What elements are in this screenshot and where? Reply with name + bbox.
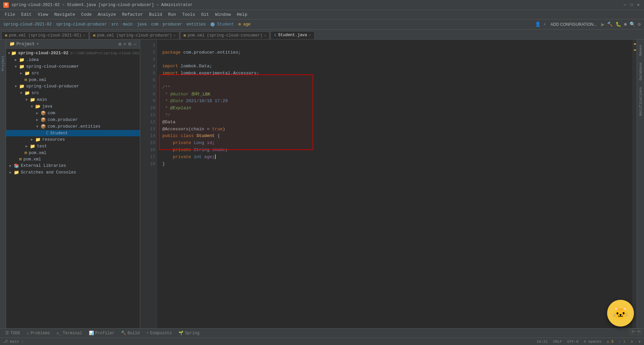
chevron-down-icon[interactable]: ∨ — [638, 339, 641, 344]
java-folder-icon: 📂 — [35, 104, 41, 109]
code-line-10: * @Explain — [162, 105, 627, 112]
menu-view[interactable]: View — [35, 11, 51, 18]
tree-com-producer[interactable]: ► 📦 com.producer — [6, 117, 140, 123]
tree-producer-src[interactable]: ▼ 📁 src — [6, 90, 140, 96]
menu-git[interactable]: Git — [199, 11, 212, 18]
tree-consumer-pom[interactable]: ► m pom.xml — [6, 77, 140, 83]
expand-arrow-icon: ▼ — [36, 125, 40, 129]
tree-test[interactable]: ► 📁 test — [6, 143, 140, 150]
far-left-sidebar: Project — [0, 40, 6, 328]
tree-consumer[interactable]: ▼ 📁 spring-cloud-consumer — [6, 63, 140, 70]
tree-resources[interactable]: ► 📁 resources — [6, 136, 140, 143]
tree-student[interactable]: ► C Student — [6, 130, 140, 136]
expand-arrow-icon: ► — [9, 171, 13, 175]
right-gutter — [633, 40, 637, 328]
expand-arrow-icon: ► — [36, 118, 40, 122]
database-tab[interactable]: Database — [638, 60, 643, 83]
menu-file[interactable]: File — [2, 11, 18, 18]
spring-tab[interactable]: 🌱 Spring — [175, 330, 203, 337]
expand-arrow-icon: ► — [20, 72, 23, 75]
chevron-down-icon[interactable]: ▾ — [37, 41, 39, 47]
menu-help[interactable]: Help — [234, 11, 250, 18]
maximize-button[interactable]: □ — [629, 3, 634, 7]
panel-hide-button[interactable]: ─ — [133, 42, 137, 47]
tree-com[interactable]: ► 📦 com — [6, 110, 140, 117]
status-position[interactable]: 16:21 — [537, 340, 548, 344]
maven-tab[interactable]: Maven — [638, 42, 643, 59]
chevron-up-icon[interactable]: ∧ — [631, 339, 633, 344]
status-charset[interactable]: UTF-8 — [567, 340, 578, 344]
menu-build[interactable]: Build — [146, 11, 165, 18]
panel-settings-button[interactable]: ⚙ — [128, 42, 132, 47]
close-button[interactable]: ✕ — [636, 3, 641, 7]
status-branch[interactable]: ⎇ main — [3, 339, 19, 344]
tree-idea[interactable]: ► 📁 .idea — [6, 57, 140, 63]
tab-pom-producer[interactable]: m pom.xml (spring-cloud-producer) ✕ — [90, 31, 179, 39]
tree-root[interactable]: ▼ 📁 spring-cloud-2021-02 D:\JOB\IDEAPro\… — [6, 50, 140, 57]
expand-arrow-icon: ▼ — [31, 105, 34, 109]
tab-label: pom.xml (spring-cloud-2021-02) — [9, 33, 82, 38]
status-warnings[interactable]: ⚠ 3 — [607, 339, 613, 344]
build-button[interactable]: 🔨 — [607, 21, 613, 27]
menu-analyze[interactable]: Analyze — [95, 11, 119, 18]
project-panel: 📁 Project ▾ ⊕ ≡ ⚙ ─ ▼ 📁 spring-cloud-202… — [6, 40, 140, 328]
tab-close-icon[interactable]: ✕ — [174, 33, 176, 38]
run-button[interactable]: ▶ — [601, 21, 605, 28]
tree-com-producer-entities[interactable]: ▼ 📦 com.producer.entities — [6, 123, 140, 130]
menu-window[interactable]: Window — [212, 11, 233, 18]
tree-main[interactable]: ▼ 📁 main — [6, 96, 140, 103]
debug-button[interactable]: 🐛 — [615, 21, 621, 27]
project-root-icon: 📁 — [11, 51, 16, 56]
status-crlf[interactable]: CRLF — [553, 340, 562, 344]
expand-arrow-icon: ▼ — [20, 91, 23, 95]
status-checks[interactable]: ✓ 1 — [619, 339, 626, 344]
tree-java[interactable]: ▼ 📂 java — [6, 103, 140, 110]
tree-consumer-src[interactable]: ► 📁 src — [6, 70, 140, 77]
tree-external-libraries[interactable]: ► 📚 External Libraries — [6, 162, 140, 169]
profile-icon[interactable]: 👤 — [535, 21, 541, 27]
menu-code[interactable]: Code — [78, 11, 94, 18]
menu-refactor[interactable]: Refactor — [119, 11, 146, 18]
tab-pom-root[interactable]: m pom.xml (spring-cloud-2021-02) ✕ — [1, 31, 89, 39]
tree-root-pom[interactable]: ► m pom.xml — [6, 156, 140, 162]
profiler-tab[interactable]: 📊 Profiler — [86, 330, 118, 337]
tree-producer[interactable]: ▼ 📁 spring-cloud-producer — [6, 83, 140, 90]
code-content[interactable]: package com.producer.entities; import lo… — [157, 40, 633, 328]
add-configuration-button[interactable]: ADD CONFIGURATION... — [549, 21, 598, 28]
problems-tab[interactable]: ⚠ Problems — [23, 330, 53, 337]
tree-scratches-consoles[interactable]: ► 📁 Scratches and Consoles — [6, 169, 140, 176]
tab-xml-icon: m — [93, 33, 96, 38]
tab-close-icon[interactable]: ✕ — [309, 33, 311, 37]
vcs-icon[interactable]: ⚡ — [543, 21, 546, 27]
menu-navigate[interactable]: Navigate — [52, 11, 78, 18]
terminal-tab[interactable]: >_ Terminal — [53, 330, 86, 337]
todo-tab[interactable]: ☰ TODO — [2, 330, 23, 337]
search-everywhere-icon[interactable]: 🔍 — [630, 21, 635, 27]
minimize-button[interactable]: ─ — [623, 3, 627, 7]
project-sidebar-tab[interactable]: Project — [0, 53, 6, 74]
tab-close-icon[interactable]: ✕ — [264, 33, 266, 38]
tab-close-icon[interactable]: ✕ — [83, 33, 85, 38]
tab-xml-icon: m — [5, 33, 7, 38]
tab-pom-consumer[interactable]: m pom.xml (spring-cloud-consumer) ✕ — [180, 31, 270, 39]
code-line-9: * @Date 2021/10/18 17:29 — [162, 98, 627, 105]
title-left: M spring-cloud-2021-02 – Student.java [s… — [3, 2, 193, 8]
code-line-16: private String sname; — [162, 147, 627, 154]
notifications-tab[interactable]: Notifications — [638, 84, 643, 119]
collapse-all-button[interactable]: ≡ — [123, 42, 126, 47]
locate-in-tree-button[interactable]: ⊕ — [118, 42, 122, 47]
menu-edit[interactable]: Edit — [18, 11, 34, 18]
settings-icon[interactable]: ⚙ — [638, 21, 641, 27]
mascot: 🐱 扫一扫 — [607, 300, 641, 333]
expand-arrow-icon: ► — [25, 145, 29, 148]
menu-run[interactable]: Run — [165, 11, 178, 18]
build-tab[interactable]: 🔨 Build — [118, 330, 143, 337]
project-panel-header: 📁 Project ▾ ⊕ ≡ ⚙ ─ — [6, 40, 140, 49]
menu-tools[interactable]: Tools — [179, 11, 198, 18]
xml-icon: m — [19, 157, 22, 162]
tab-student-java[interactable]: C Student.java ✕ — [270, 31, 314, 39]
stop-button[interactable]: ■ — [624, 22, 627, 27]
bottom-toolbar: ☰ TODO ⚠ Problems >_ Terminal 📊 Profiler… — [0, 328, 644, 338]
endpoints-tab[interactable]: ⚡ Endpoints — [143, 330, 175, 337]
tree-producer-pom[interactable]: ► m pom.xml — [6, 150, 140, 156]
